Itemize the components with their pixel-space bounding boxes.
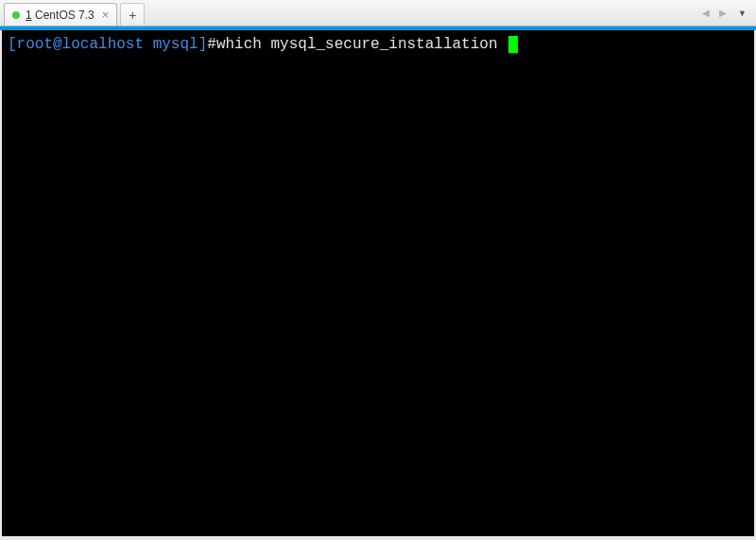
prompt-path: mysql <box>153 36 198 53</box>
tab-nav-right-icon[interactable]: ▶ <box>717 6 729 20</box>
tab-menu-dropdown-icon[interactable]: ▼ <box>734 7 750 20</box>
prompt-userhost: root@localhost <box>17 36 144 53</box>
tab-active[interactable]: 1 CentOS 7.3 × <box>4 3 117 26</box>
terminal-viewport[interactable]: [root@localhost mysql]#which mysql_secur… <box>2 30 754 536</box>
tab-bar: 1 CentOS 7.3 × + ◀ ▶ ▼ <box>0 0 756 26</box>
prompt-close-bracket: ] <box>198 36 208 53</box>
close-icon[interactable]: × <box>100 9 112 21</box>
new-tab-button[interactable]: + <box>120 3 145 26</box>
connection-status-icon <box>12 11 20 19</box>
tab-bar-controls: ◀ ▶ ▼ <box>700 0 756 26</box>
tab-label: 1 CentOS 7.3 <box>26 9 94 22</box>
terminal-line: [root@localhost mysql]#which mysql_secur… <box>8 34 748 55</box>
tab-nav-left-icon[interactable]: ◀ <box>700 6 712 20</box>
prompt-open-bracket: [ <box>8 36 17 53</box>
command-text: which mysql_secure_installation <box>216 36 498 53</box>
cursor-icon <box>508 36 518 53</box>
prompt-symbol: # <box>207 36 216 53</box>
